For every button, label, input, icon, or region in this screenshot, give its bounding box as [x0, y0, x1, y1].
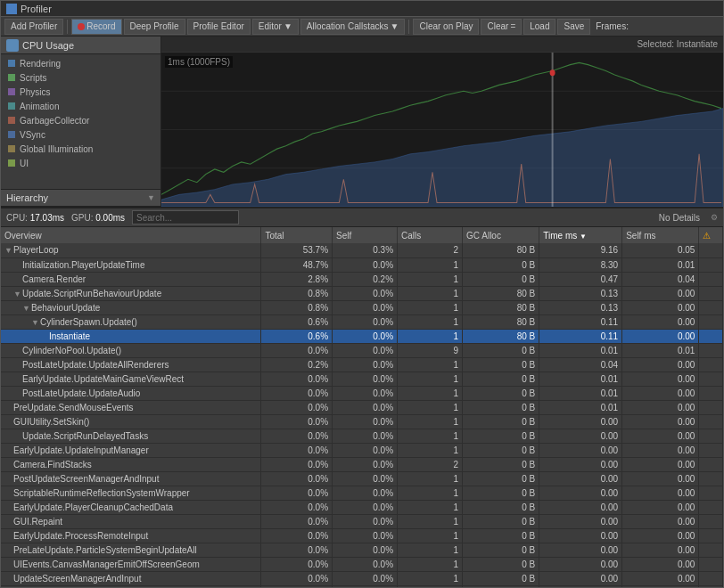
table-row[interactable]: Instantiate 0.6% 0.0% 1 80 B 0.11 0.00: [1, 329, 723, 343]
td-gcalloc-3: 80 B: [463, 286, 539, 300]
td-self-24: 0.0%: [333, 585, 398, 587]
td-overview-0: ▼PlayerLoop: [1, 243, 261, 257]
table-row[interactable]: Initialization.PlayerUpdateTime 48.7% 0.…: [1, 257, 723, 272]
td-timems-23: 0.00: [539, 571, 622, 585]
table-row[interactable]: EarlyUpdate.PlayerCleanupCachedData 0.0%…: [1, 500, 723, 514]
td-gcalloc-2: 0 B: [463, 272, 539, 286]
td-selfms-2: 0.04: [622, 272, 699, 286]
table-row[interactable]: ▼CylinderSpawn.Update() 0.6% 0.0% 1 80 B…: [1, 314, 723, 329]
load-button[interactable]: Load: [523, 19, 555, 35]
td-total-22: 0.0%: [261, 557, 333, 571]
td-warn-22: [699, 557, 723, 571]
td-overview-4: ▼BehaviourUpdate: [1, 300, 261, 314]
category-scripts[interactable]: Scripts: [1, 70, 160, 85]
chart-canvas[interactable]: 1ms (1000FPS): [161, 53, 723, 207]
category-gi[interactable]: Global Illumination: [1, 142, 160, 156]
settings-icon[interactable]: ⚙: [711, 213, 718, 222]
table-row[interactable]: GUIUtility.SetSkin() 0.0% 0.0% 1 0 B 0.0…: [1, 414, 723, 429]
table-row[interactable]: PostUpdateScreenManagerAndInput 0.0% 0.0…: [1, 471, 723, 486]
deep-profile-button[interactable]: Deep Profile: [124, 19, 185, 35]
category-gc[interactable]: GarbageCollector: [1, 113, 160, 127]
allocation-callstacks-button[interactable]: Allocation Callstacks ▼: [300, 19, 406, 35]
td-total-19: 0.0%: [261, 514, 333, 528]
chart-section: CPU Usage Rendering Scripts Physics: [1, 37, 723, 208]
td-calls-12: 1: [398, 414, 463, 429]
table-row[interactable]: EarlyUpdate.UpdateMainGameViewRect 0.0% …: [1, 372, 723, 386]
td-total-9: 0.0%: [261, 372, 333, 386]
th-timems[interactable]: Time ms ▼: [539, 227, 622, 243]
td-timems-15: 0.00: [539, 457, 622, 471]
tree-arrow-5[interactable]: ▼: [31, 318, 40, 327]
category-vsync[interactable]: VSync: [1, 127, 160, 142]
td-timems-0: 9.16: [539, 243, 622, 257]
tree-arrow-4[interactable]: ▼: [22, 304, 31, 313]
td-gcalloc-0: 80 B: [463, 243, 539, 257]
td-calls-18: 1: [398, 500, 463, 514]
table-row[interactable]: ScriptableRuntimeReflectionSystemWrapper…: [1, 486, 723, 500]
animation-color: [8, 102, 15, 110]
th-self[interactable]: Self: [333, 227, 398, 243]
category-physics[interactable]: Physics: [1, 85, 160, 99]
td-self-19: 0.0%: [333, 514, 398, 528]
td-overview-3: ▼Update.ScriptRunBehaviourUpdate: [1, 286, 261, 300]
category-animation[interactable]: Animation: [1, 99, 160, 113]
table-row[interactable]: ▼PlayerLoop 53.7% 0.3% 2 80 B 9.16 0.05: [1, 243, 723, 257]
table-row[interactable]: UpdateScreenManagerAndInput 0.0% 0.0% 1 …: [1, 571, 723, 585]
td-total-17: 0.0%: [261, 486, 333, 500]
category-rendering[interactable]: Rendering: [1, 56, 160, 70]
td-selfms-15: 0.00: [622, 457, 699, 471]
td-selfms-0: 0.05: [622, 243, 699, 257]
record-button[interactable]: Record: [71, 19, 121, 35]
th-calls[interactable]: Calls: [398, 227, 463, 243]
td-warn-18: [699, 500, 723, 514]
table-row[interactable]: Camera.FindStacks 0.0% 0.0% 2 0 B 0.00 0…: [1, 457, 723, 471]
profiler-window: Profiler Add Profiler Record Deep Profil…: [0, 0, 724, 588]
td-selfms-24: 0.00: [622, 585, 699, 587]
table-row[interactable]: Camera.Render 2.8% 0.2% 1 0 B 0.47 0.04: [1, 272, 723, 286]
td-warn-5: [699, 314, 723, 329]
table-row[interactable]: UIEvents.CanvasManagerEmitOffScreenGeom …: [1, 557, 723, 571]
chart-svg: [161, 53, 723, 207]
td-timems-18: 0.00: [539, 500, 622, 514]
clear-button[interactable]: Clear =: [481, 19, 522, 35]
selected-label: Selected: Instantiate: [161, 37, 723, 53]
add-profiler-button[interactable]: Add Profiler: [4, 19, 63, 35]
td-timems-19: 0.00: [539, 514, 622, 528]
td-selfms-16: 0.00: [622, 471, 699, 486]
th-total[interactable]: Total: [261, 227, 333, 243]
table-row[interactable]: ▼Update.ScriptRunBehaviourUpdate 0.8% 0.…: [1, 286, 723, 300]
table-container: Overview Total Self Calls GC Alloc Time …: [1, 227, 723, 587]
category-ui[interactable]: UI: [1, 156, 160, 170]
td-gcalloc-11: 0 B: [463, 400, 539, 414]
table-scroll[interactable]: Overview Total Self Calls GC Alloc Time …: [1, 227, 723, 587]
table-row[interactable]: EarlyUpdate.UpdateInputManager 0.0% 0.0%…: [1, 443, 723, 457]
save-button[interactable]: Save: [557, 19, 590, 35]
table-row[interactable]: PostLateUpdate.UpdateCustomRenderTexture…: [1, 585, 723, 587]
table-row[interactable]: CylinderNoPool.Update() 0.0% 0.0% 9 0 B …: [1, 343, 723, 357]
th-gcalloc[interactable]: GC Alloc: [463, 227, 539, 243]
table-row[interactable]: PostLateUpdate.UpdateAllRenderers 0.2% 0…: [1, 357, 723, 372]
editor-button[interactable]: Editor ▼: [252, 19, 299, 35]
table-row[interactable]: PostLateUpdate.UpdateAudio 0.0% 0.0% 1 0…: [1, 386, 723, 400]
search-input[interactable]: [132, 210, 239, 225]
td-self-16: 0.0%: [333, 471, 398, 486]
profile-editor-button[interactable]: Profile Editor: [187, 19, 251, 35]
tree-arrow-0[interactable]: ▼: [4, 246, 13, 255]
td-selfms-5: 0.00: [622, 314, 699, 329]
table-row[interactable]: GUI.Repaint 0.0% 0.0% 1 0 B 0.00 0.00: [1, 514, 723, 528]
td-self-23: 0.0%: [333, 571, 398, 585]
table-row[interactable]: EarlyUpdate.ProcessRemoteInput 0.0% 0.0%…: [1, 528, 723, 543]
td-timems-8: 0.04: [539, 357, 622, 372]
clear-on-play-button[interactable]: Clear on Play: [413, 19, 479, 35]
hierarchy-header[interactable]: Hierarchy ▼: [1, 189, 160, 207]
tree-arrow-3[interactable]: ▼: [13, 290, 22, 298]
th-selfms[interactable]: Self ms: [622, 227, 699, 243]
td-overview-11: PreUpdate.SendMouseEvents: [1, 400, 261, 414]
td-self-14: 0.0%: [333, 443, 398, 457]
td-selfms-7: 0.01: [622, 343, 699, 357]
table-row[interactable]: PreLateUpdate.ParticleSystemBeginUpdateA…: [1, 543, 723, 557]
table-row[interactable]: ▼BehaviourUpdate 0.8% 0.0% 1 80 B 0.13 0…: [1, 300, 723, 314]
table-row[interactable]: Update.ScriptRunDelayedTasks 0.0% 0.0% 1…: [1, 429, 723, 443]
table-row[interactable]: PreUpdate.SendMouseEvents 0.0% 0.0% 1 0 …: [1, 400, 723, 414]
th-overview[interactable]: Overview: [1, 227, 261, 243]
